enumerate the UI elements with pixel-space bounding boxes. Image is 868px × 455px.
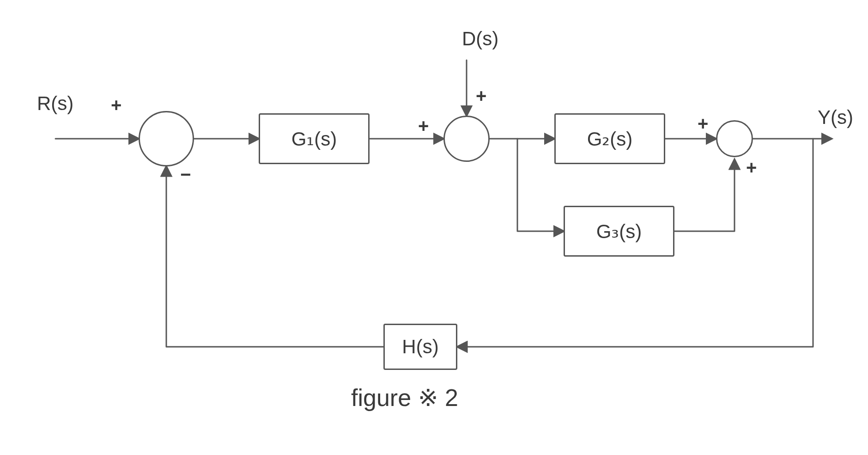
summing-junction-1 <box>139 111 194 166</box>
block-diagram-canvas: R(s) D(s) Y(s) + − + + + + G₁(s) G₂(s) G… <box>0 0 868 455</box>
block-G2: G₂(s) <box>554 113 665 164</box>
sum1-sign-minus: − <box>180 164 191 185</box>
block-G3: G₃(s) <box>564 206 674 257</box>
summing-junction-2 <box>443 116 490 162</box>
sum3-sign-top-plus: + <box>698 113 708 134</box>
sum2-sign-top-plus: + <box>476 86 486 106</box>
figure-caption: figure ※ 2 <box>351 384 458 412</box>
block-G2-label: G₂(s) <box>587 128 633 150</box>
sum3-sign-bottom-plus: + <box>746 157 757 178</box>
block-H: H(s) <box>383 324 457 370</box>
block-G3-label: G₃(s) <box>596 220 642 243</box>
block-H-label: H(s) <box>402 336 438 358</box>
sum2-sign-left-plus: + <box>418 116 429 136</box>
block-G1: G₁(s) <box>259 113 370 164</box>
block-G1-label: G₁(s) <box>291 128 337 150</box>
output-label-Y: Y(s) <box>818 106 853 129</box>
input-label-R: R(s) <box>37 92 73 115</box>
sum1-sign-plus: + <box>111 95 121 116</box>
summing-junction-3 <box>716 120 753 157</box>
input-label-D: D(s) <box>462 28 498 50</box>
